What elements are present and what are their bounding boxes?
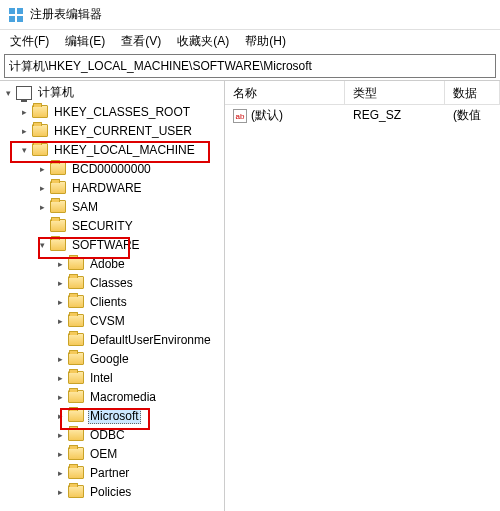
chevron-down-icon[interactable]: ▾: [36, 239, 48, 251]
chevron-right-icon[interactable]: ▸: [54, 391, 66, 403]
chevron-right-icon[interactable]: ▸: [18, 106, 30, 118]
folder-icon: [32, 143, 48, 156]
tree-software[interactable]: ▾ SOFTWARE: [0, 235, 224, 254]
chevron-down-icon[interactable]: ▾: [18, 144, 30, 156]
svg-rect-0: [9, 8, 15, 14]
title-bar: 注册表编辑器: [0, 0, 500, 30]
col-name[interactable]: 名称: [225, 81, 345, 104]
tree-partner[interactable]: ▸ Partner: [0, 463, 224, 482]
tree-label: SAM: [70, 200, 100, 214]
tree-label: HARDWARE: [70, 181, 144, 195]
tree-classes[interactable]: ▸ Classes: [0, 273, 224, 292]
tree-label: Google: [88, 352, 131, 366]
tree-google[interactable]: ▸ Google: [0, 349, 224, 368]
folder-icon: [50, 200, 66, 213]
tree-clients[interactable]: ▸ Clients: [0, 292, 224, 311]
chevron-right-icon[interactable]: ▸: [54, 296, 66, 308]
menu-edit[interactable]: 编辑(E): [61, 31, 109, 52]
folder-icon: [68, 447, 84, 460]
folder-icon: [68, 276, 84, 289]
tree-label: SECURITY: [70, 219, 135, 233]
tree-due[interactable]: ▸ DefaultUserEnvironme: [0, 330, 224, 349]
folder-icon: [68, 485, 84, 498]
chevron-right-icon[interactable]: ▸: [36, 201, 48, 213]
window-title: 注册表编辑器: [30, 6, 102, 23]
tree-label: DefaultUserEnvironme: [88, 333, 213, 347]
chevron-right-icon[interactable]: ▸: [54, 467, 66, 479]
tree-label: HKEY_CLASSES_ROOT: [52, 105, 192, 119]
address-text: 计算机\HKEY_LOCAL_MACHINE\SOFTWARE\Microsof…: [9, 58, 312, 75]
tree-security[interactable]: ▸ SECURITY: [0, 216, 224, 235]
tree-label: Intel: [88, 371, 115, 385]
svg-rect-1: [17, 8, 23, 14]
cell-type: REG_SZ: [345, 108, 445, 122]
tree-cvsm[interactable]: ▸ CVSM: [0, 311, 224, 330]
tree-label: 计算机: [36, 84, 76, 101]
tree-root[interactable]: ▾ 计算机: [0, 83, 224, 102]
tree-label: HKEY_LOCAL_MACHINE: [52, 143, 197, 157]
cell-data: (数值: [445, 107, 500, 124]
chevron-right-icon[interactable]: ▸: [54, 258, 66, 270]
menu-help[interactable]: 帮助(H): [241, 31, 290, 52]
list-row[interactable]: ab(默认) REG_SZ (数值: [225, 105, 500, 125]
col-type[interactable]: 类型: [345, 81, 445, 104]
tree-oem[interactable]: ▸ OEM: [0, 444, 224, 463]
list-header: 名称 类型 数据: [225, 81, 500, 105]
chevron-right-icon[interactable]: ▸: [54, 448, 66, 460]
tree-label: BCD00000000: [70, 162, 153, 176]
tree-hkcr[interactable]: ▸ HKEY_CLASSES_ROOT: [0, 102, 224, 121]
tree-sam[interactable]: ▸ SAM: [0, 197, 224, 216]
tree-hardware[interactable]: ▸ HARDWARE: [0, 178, 224, 197]
tree-bcd[interactable]: ▸ BCD00000000: [0, 159, 224, 178]
chevron-right-icon[interactable]: ▸: [36, 163, 48, 175]
chevron-right-icon[interactable]: ▸: [54, 277, 66, 289]
tree-adobe[interactable]: ▸ Adobe: [0, 254, 224, 273]
folder-icon: [50, 162, 66, 175]
folder-icon: [50, 219, 66, 232]
folder-icon: [68, 409, 84, 422]
app-icon: [8, 7, 24, 23]
chevron-right-icon[interactable]: ▸: [54, 410, 66, 422]
folder-icon: [50, 181, 66, 194]
chevron-right-icon[interactable]: ▸: [54, 315, 66, 327]
registry-tree: ▾ 计算机 ▸ HKEY_CLASSES_ROOT ▸ HKEY_CURRENT…: [0, 81, 224, 501]
address-bar[interactable]: 计算机\HKEY_LOCAL_MACHINE\SOFTWARE\Microsof…: [4, 54, 496, 78]
folder-icon: [68, 390, 84, 403]
col-data[interactable]: 数据: [445, 81, 500, 104]
folder-icon: [68, 466, 84, 479]
menu-view[interactable]: 查看(V): [117, 31, 165, 52]
cell-name: ab(默认): [225, 107, 345, 124]
chevron-right-icon[interactable]: ▸: [54, 486, 66, 498]
folder-icon: [68, 352, 84, 365]
tree-label: SOFTWARE: [70, 238, 142, 252]
folder-icon: [68, 314, 84, 327]
tree-pane: ▾ 计算机 ▸ HKEY_CLASSES_ROOT ▸ HKEY_CURRENT…: [0, 81, 225, 511]
tree-odbc[interactable]: ▸ ODBC: [0, 425, 224, 444]
tree-label: Policies: [88, 485, 133, 499]
tree-label: HKEY_CURRENT_USER: [52, 124, 194, 138]
chevron-right-icon[interactable]: ▸: [54, 429, 66, 441]
tree-hklm[interactable]: ▾ HKEY_LOCAL_MACHINE: [0, 140, 224, 159]
chevron-right-icon[interactable]: ▸: [36, 182, 48, 194]
folder-icon: [50, 238, 66, 251]
content-area: ▾ 计算机 ▸ HKEY_CLASSES_ROOT ▸ HKEY_CURRENT…: [0, 80, 500, 511]
chevron-right-icon[interactable]: ▸: [54, 353, 66, 365]
tree-label: CVSM: [88, 314, 127, 328]
folder-icon: [32, 124, 48, 137]
menu-file[interactable]: 文件(F): [6, 31, 53, 52]
svg-rect-2: [9, 16, 15, 22]
tree-intel[interactable]: ▸ Intel: [0, 368, 224, 387]
chevron-down-icon[interactable]: ▾: [2, 87, 14, 99]
tree-label: Partner: [88, 466, 131, 480]
chevron-right-icon[interactable]: ▸: [54, 372, 66, 384]
tree-label: Macromedia: [88, 390, 158, 404]
tree-hkcu[interactable]: ▸ HKEY_CURRENT_USER: [0, 121, 224, 140]
tree-label: Microsoft: [88, 408, 141, 424]
tree-label: Classes: [88, 276, 135, 290]
menu-favorites[interactable]: 收藏夹(A): [173, 31, 233, 52]
tree-microsoft[interactable]: ▸ Microsoft: [0, 406, 224, 425]
tree-policies[interactable]: ▸ Policies: [0, 482, 224, 501]
folder-icon: [32, 105, 48, 118]
chevron-right-icon[interactable]: ▸: [18, 125, 30, 137]
tree-macromedia[interactable]: ▸ Macromedia: [0, 387, 224, 406]
